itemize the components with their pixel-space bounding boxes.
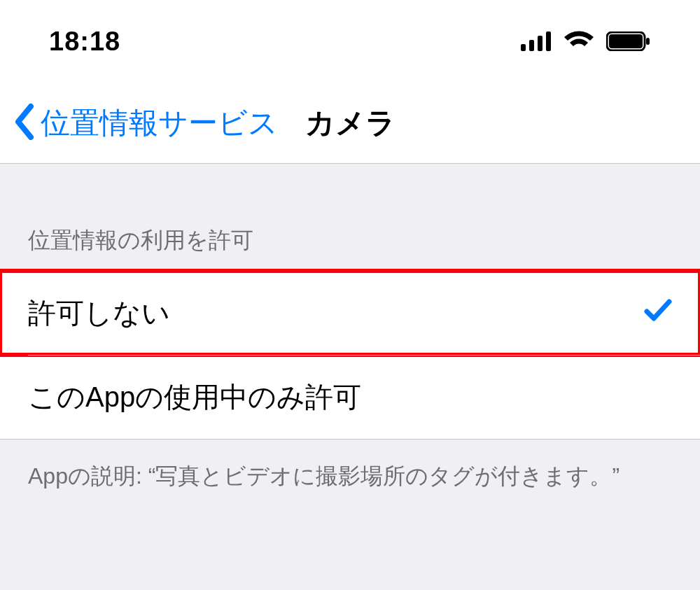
svg-rect-5 [609,34,643,48]
wifi-icon [564,31,594,52]
back-chevron-icon[interactable] [11,104,38,143]
status-time: 18:18 [49,27,120,57]
option-label: このAppの使用中のみ許可 [28,378,361,416]
option-label: 許可しない [28,294,170,332]
svg-rect-1 [529,40,534,51]
status-bar: 18:18 [0,0,700,83]
checkmark-icon [644,297,672,329]
svg-rect-3 [546,31,551,51]
option-never[interactable]: 許可しない [0,271,700,355]
svg-rect-2 [538,36,542,51]
cellular-icon [521,31,552,51]
status-icons [521,31,651,52]
svg-rect-6 [646,38,650,45]
back-button[interactable]: 位置情報サービス [41,104,278,143]
nav-bar: 位置情報サービス カメラ [0,83,700,164]
option-while-using[interactable]: このAppの使用中のみ許可 [0,355,700,439]
app-explanation: Appの説明: “写真とビデオに撮影場所のタグが付きます。” [0,440,700,493]
page-title: カメラ [305,104,396,143]
svg-rect-0 [521,44,526,51]
permission-options-list: 許可しない このAppの使用中のみ許可 [0,270,700,440]
section-header: 位置情報の利用を許可 [0,164,700,270]
battery-icon [606,31,651,51]
